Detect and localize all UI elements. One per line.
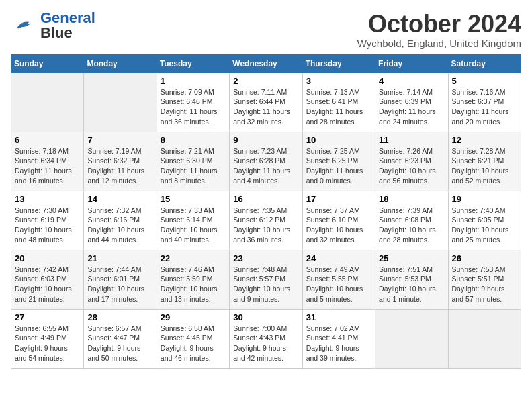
day-header-thursday: Thursday: [302, 54, 375, 73]
day-detail: Sunrise: 7:46 AM Sunset: 5:59 PM Dayligh…: [161, 265, 226, 304]
day-detail: Sunrise: 7:26 AM Sunset: 6:23 PM Dayligh…: [379, 146, 444, 186]
day-number: 27: [15, 312, 80, 322]
day-number: 7: [87, 135, 152, 145]
logo: GeneralBlue: [11, 11, 95, 40]
title-block: October 2024 Wychbold, England, United K…: [357, 11, 521, 49]
calendar-cell: 7Sunrise: 7:19 AM Sunset: 6:32 PM Daylig…: [84, 132, 157, 191]
day-number: 12: [452, 135, 517, 145]
logo-text: GeneralBlue: [40, 11, 95, 40]
day-number: 19: [452, 194, 517, 204]
calendar-cell: 4Sunrise: 7:14 AM Sunset: 6:39 PM Daylig…: [375, 73, 448, 132]
page-header: GeneralBlue October 2024 Wychbold, Engla…: [11, 11, 521, 49]
day-detail: Sunrise: 7:33 AM Sunset: 6:14 PM Dayligh…: [161, 205, 226, 245]
day-detail: Sunrise: 7:42 AM Sunset: 6:03 PM Dayligh…: [15, 265, 80, 304]
calendar-cell: 15Sunrise: 7:33 AM Sunset: 6:14 PM Dayli…: [157, 191, 229, 250]
calendar-cell: 3Sunrise: 7:13 AM Sunset: 6:41 PM Daylig…: [302, 73, 375, 132]
day-number: 2: [233, 76, 298, 86]
calendar-cell: 13Sunrise: 7:30 AM Sunset: 6:19 PM Dayli…: [11, 191, 84, 250]
day-header-wednesday: Wednesday: [230, 54, 302, 73]
day-number: 10: [306, 135, 371, 145]
day-detail: Sunrise: 7:40 AM Sunset: 6:05 PM Dayligh…: [452, 205, 517, 245]
day-detail: Sunrise: 6:58 AM Sunset: 4:45 PM Dayligh…: [161, 324, 226, 363]
day-detail: Sunrise: 7:25 AM Sunset: 6:25 PM Dayligh…: [306, 146, 371, 186]
day-header-monday: Monday: [84, 54, 157, 73]
day-number: 22: [161, 253, 226, 263]
day-number: 5: [452, 76, 517, 86]
day-number: 24: [306, 253, 371, 263]
calendar-cell: 17Sunrise: 7:37 AM Sunset: 6:10 PM Dayli…: [302, 191, 375, 250]
location-subtitle: Wychbold, England, United Kingdom: [357, 38, 521, 49]
calendar-week-4: 20Sunrise: 7:42 AM Sunset: 6:03 PM Dayli…: [11, 250, 521, 309]
calendar-cell: 1Sunrise: 7:09 AM Sunset: 6:46 PM Daylig…: [157, 73, 229, 132]
day-detail: Sunrise: 7:21 AM Sunset: 6:30 PM Dayligh…: [161, 146, 226, 186]
day-detail: Sunrise: 7:16 AM Sunset: 6:37 PM Dayligh…: [452, 87, 517, 127]
calendar-cell: 2Sunrise: 7:11 AM Sunset: 6:44 PM Daylig…: [230, 73, 302, 132]
day-number: 9: [233, 135, 298, 145]
day-header-sunday: Sunday: [11, 54, 84, 73]
calendar-cell: 28Sunrise: 6:57 AM Sunset: 4:47 PM Dayli…: [84, 309, 157, 368]
calendar-cell: [448, 309, 521, 368]
calendar-cell: [375, 309, 448, 368]
day-number: 18: [379, 194, 444, 204]
day-header-friday: Friday: [375, 54, 448, 73]
calendar-cell: 29Sunrise: 6:58 AM Sunset: 4:45 PM Dayli…: [157, 309, 229, 368]
calendar-cell: [11, 73, 84, 132]
calendar-header-row: SundayMondayTuesdayWednesdayThursdayFrid…: [11, 54, 521, 73]
calendar-cell: 21Sunrise: 7:44 AM Sunset: 6:01 PM Dayli…: [84, 250, 157, 309]
day-detail: Sunrise: 7:13 AM Sunset: 6:41 PM Dayligh…: [306, 87, 371, 127]
calendar-cell: 6Sunrise: 7:18 AM Sunset: 6:34 PM Daylig…: [11, 132, 84, 191]
day-number: 14: [87, 194, 152, 204]
calendar-week-1: 1Sunrise: 7:09 AM Sunset: 6:46 PM Daylig…: [11, 73, 521, 132]
day-detail: Sunrise: 7:11 AM Sunset: 6:44 PM Dayligh…: [233, 87, 298, 127]
calendar-cell: 5Sunrise: 7:16 AM Sunset: 6:37 PM Daylig…: [448, 73, 521, 132]
day-detail: Sunrise: 7:51 AM Sunset: 5:53 PM Dayligh…: [379, 265, 444, 304]
day-header-tuesday: Tuesday: [157, 54, 229, 73]
calendar-week-3: 13Sunrise: 7:30 AM Sunset: 6:19 PM Dayli…: [11, 191, 521, 250]
calendar-cell: [84, 73, 157, 132]
calendar-cell: 20Sunrise: 7:42 AM Sunset: 6:03 PM Dayli…: [11, 250, 84, 309]
calendar-body: 1Sunrise: 7:09 AM Sunset: 6:46 PM Daylig…: [11, 73, 521, 368]
day-detail: Sunrise: 7:37 AM Sunset: 6:10 PM Dayligh…: [306, 205, 371, 245]
day-number: 28: [87, 312, 152, 322]
day-number: 1: [161, 76, 226, 86]
calendar-cell: 26Sunrise: 7:53 AM Sunset: 5:51 PM Dayli…: [448, 250, 521, 309]
calendar-cell: 30Sunrise: 7:00 AM Sunset: 4:43 PM Dayli…: [230, 309, 302, 368]
calendar-cell: 25Sunrise: 7:51 AM Sunset: 5:53 PM Dayli…: [375, 250, 448, 309]
calendar-cell: 19Sunrise: 7:40 AM Sunset: 6:05 PM Dayli…: [448, 191, 521, 250]
day-number: 23: [233, 253, 298, 263]
day-detail: Sunrise: 6:57 AM Sunset: 4:47 PM Dayligh…: [87, 324, 152, 363]
calendar-table: SundayMondayTuesdayWednesdayThursdayFrid…: [11, 54, 521, 369]
day-detail: Sunrise: 7:49 AM Sunset: 5:55 PM Dayligh…: [306, 265, 371, 304]
day-number: 11: [379, 135, 444, 145]
calendar-cell: 10Sunrise: 7:25 AM Sunset: 6:25 PM Dayli…: [302, 132, 375, 191]
calendar-cell: 11Sunrise: 7:26 AM Sunset: 6:23 PM Dayli…: [375, 132, 448, 191]
day-detail: Sunrise: 7:28 AM Sunset: 6:21 PM Dayligh…: [452, 146, 517, 186]
day-number: 26: [452, 253, 517, 263]
calendar-cell: 31Sunrise: 7:02 AM Sunset: 4:41 PM Dayli…: [302, 309, 375, 368]
calendar-cell: 23Sunrise: 7:48 AM Sunset: 5:57 PM Dayli…: [230, 250, 302, 309]
day-detail: Sunrise: 7:32 AM Sunset: 6:16 PM Dayligh…: [87, 205, 152, 245]
day-number: 15: [161, 194, 226, 204]
day-detail: Sunrise: 7:02 AM Sunset: 4:41 PM Dayligh…: [306, 324, 371, 363]
day-number: 17: [306, 194, 371, 204]
day-number: 6: [15, 135, 80, 145]
day-number: 3: [306, 76, 371, 86]
day-number: 30: [233, 312, 298, 322]
day-detail: Sunrise: 7:00 AM Sunset: 4:43 PM Dayligh…: [233, 324, 298, 363]
calendar-cell: 27Sunrise: 6:55 AM Sunset: 4:49 PM Dayli…: [11, 309, 84, 368]
day-detail: Sunrise: 7:09 AM Sunset: 6:46 PM Dayligh…: [161, 87, 226, 127]
day-number: 4: [379, 76, 444, 86]
day-detail: Sunrise: 6:55 AM Sunset: 4:49 PM Dayligh…: [15, 324, 80, 363]
calendar-week-5: 27Sunrise: 6:55 AM Sunset: 4:49 PM Dayli…: [11, 309, 521, 368]
month-title: October 2024: [357, 11, 521, 38]
day-detail: Sunrise: 7:44 AM Sunset: 6:01 PM Dayligh…: [87, 265, 152, 304]
day-header-saturday: Saturday: [448, 54, 521, 73]
calendar-cell: 8Sunrise: 7:21 AM Sunset: 6:30 PM Daylig…: [157, 132, 229, 191]
day-detail: Sunrise: 7:39 AM Sunset: 6:08 PM Dayligh…: [379, 205, 444, 245]
day-number: 21: [87, 253, 152, 263]
calendar-cell: 22Sunrise: 7:46 AM Sunset: 5:59 PM Dayli…: [157, 250, 229, 309]
calendar-cell: 12Sunrise: 7:28 AM Sunset: 6:21 PM Dayli…: [448, 132, 521, 191]
day-detail: Sunrise: 7:23 AM Sunset: 6:28 PM Dayligh…: [233, 146, 298, 186]
day-detail: Sunrise: 7:30 AM Sunset: 6:19 PM Dayligh…: [15, 205, 80, 245]
calendar-cell: 9Sunrise: 7:23 AM Sunset: 6:28 PM Daylig…: [230, 132, 302, 191]
